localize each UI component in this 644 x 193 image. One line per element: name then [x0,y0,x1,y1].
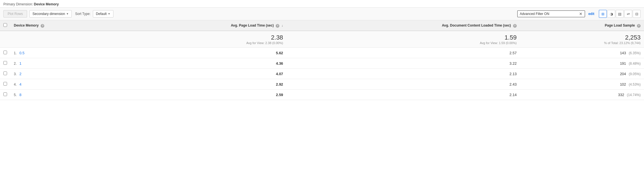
summary-page-load-count-cell: 2,253 % of Total: 23.12% (9,744) [520,31,644,48]
view-icons-group: ⊞ ◑ ▤ ⇌ ⊟ [599,10,641,18]
primary-dimension-bar: Primary Dimension: Device Memory [0,0,644,8]
col-help-page-load-sample-icon[interactable]: ? [637,24,641,28]
row-checkbox-cell-3[interactable] [0,79,10,90]
row-avg-page-load-4: 2.59 [117,90,286,100]
row-checkbox-0[interactable] [3,51,7,54]
row-rank-1: 2. [14,62,17,66]
row-page-load-cell-1: 191 (8.48%) [520,58,644,69]
table-view-button[interactable]: ⊟ [633,10,641,18]
summary-avg-doc-content-cell: 1.59 Avg for View: 1.59 (0.00%) [286,31,520,48]
table-row: 4. 4 2.92 2.43 102 (4.53%) [0,79,644,90]
row-checkbox-cell-2[interactable] [0,69,10,79]
row-avg-page-load-0: 5.62 [117,48,286,58]
row-page-load-cell-0: 143 (6.35%) [520,48,644,58]
summary-page-load-count: 2,253 [523,34,641,41]
row-rank-2: 3. [14,72,17,76]
summary-avg-doc-content-sub: Avg for View: 1.59 (0.00%) [290,41,517,45]
row-dimension-cell-1: 2. 1 [10,58,117,69]
table-header-row: Device Memory ? Avg. Page Load Time (sec… [0,20,644,31]
summary-avg-page-load-sub: Avg for View: 2.38 (0.00%) [121,41,283,45]
primary-dim-value: Device Memory [34,2,59,6]
summary-avg-page-load-value: 2.38 [121,34,283,41]
row-checkbox-2[interactable] [3,71,7,75]
advanced-filter-box[interactable]: Advanced Filter ON ✕ [517,10,585,17]
secondary-dimension-dropdown[interactable]: Secondary dimension ▼ [29,10,72,18]
pivot-view-button[interactable]: ⇌ [624,10,632,18]
row-rank-0: 1. [14,51,17,55]
row-avg-doc-content-3: 2.43 [286,79,520,90]
row-avg-page-load-3: 2.92 [117,79,286,90]
col-header-page-load-sample: Page Load Sample ? [520,20,644,31]
col-label-avg-doc-content: Avg. Document Content Loaded Time (sec) [442,23,511,27]
col-help-dimension-icon[interactable]: ? [41,24,44,28]
sort-arrow-icon: ↓ [282,24,283,27]
row-rank-3: 4. [14,83,17,86]
table-row: 3. 2 4.07 2.13 204 (9.05%) [0,69,644,79]
row-page-load-pct-4: (14.74%) [627,93,641,97]
summary-dimension-cell [10,31,117,48]
row-page-load-cell-4: 332 (14.74%) [520,90,644,100]
row-dimension-link-4[interactable]: 8 [19,93,21,97]
row-dimension-cell-0: 1. 0.5 [10,48,117,58]
summary-row: 2.38 Avg for View: 2.38 (0.00%) 1.59 Avg… [0,31,644,48]
row-page-load-count-0: 143 [620,51,626,55]
row-rank-4: 5. [14,93,17,97]
row-dimension-link-1[interactable]: 1 [19,61,21,66]
edit-filter-link[interactable]: edit [588,12,594,16]
table-row: 2. 1 4.36 3.22 191 (8.48%) [0,58,644,69]
row-page-load-pct-3: (4.53%) [629,83,641,86]
row-checkbox-cell-0[interactable] [0,48,10,58]
row-page-load-count-1: 191 [620,61,626,66]
toolbar: Plot Rows Secondary dimension ▼ Sort Typ… [0,8,644,20]
row-dimension-cell-2: 3. 2 [10,69,117,79]
select-all-checkbox[interactable] [3,23,7,27]
row-checkbox-1[interactable] [3,61,7,65]
row-avg-page-load-2: 4.07 [117,69,286,79]
table-row: 5. 8 2.59 2.14 332 (14.74%) [0,90,644,100]
col-help-avg-page-load-icon[interactable]: ? [276,24,279,28]
row-page-load-pct-2: (9.05%) [629,72,641,76]
row-page-load-cell-3: 102 (4.53%) [520,79,644,90]
col-header-avg-page-load: Avg. Page Load Time (sec) ? ↓ [117,20,286,31]
row-checkbox-cell-4[interactable] [0,90,10,100]
sort-type-dropdown[interactable]: Default ▼ [93,10,113,18]
grid-view-button[interactable]: ⊞ [599,10,607,18]
row-dimension-cell-4: 5. 8 [10,90,117,100]
sort-type-label: Sort Type: [75,12,90,16]
filter-clear-button[interactable]: ✕ [579,12,582,16]
row-avg-doc-content-4: 2.14 [286,90,520,100]
advanced-filter-text: Advanced Filter ON [520,12,577,16]
summary-avg-page-load-cell: 2.38 Avg for View: 2.38 (0.00%) [117,31,286,48]
summary-avg-doc-content-value: 1.59 [290,34,517,41]
row-avg-doc-content-1: 3.22 [286,58,520,69]
row-checkbox-4[interactable] [3,92,7,96]
plot-rows-button[interactable]: Plot Rows [3,10,27,18]
select-all-header[interactable] [0,20,10,31]
table-row: 1. 0.5 5.62 2.57 143 (6.35%) [0,48,644,58]
primary-dim-label: Primary Dimension: [3,2,33,6]
compare-view-button[interactable]: ▤ [616,10,624,18]
row-page-load-count-4: 332 [618,93,624,97]
row-dimension-link-3[interactable]: 4 [19,82,21,86]
row-dimension-link-2[interactable]: 2 [19,72,21,76]
col-header-avg-doc-content: Avg. Document Content Loaded Time (sec) … [286,20,520,31]
secondary-dim-chevron-icon: ▼ [66,12,69,15]
row-avg-page-load-1: 4.36 [117,58,286,69]
row-dimension-cell-3: 4. 4 [10,79,117,90]
col-help-avg-doc-content-icon[interactable]: ? [513,24,517,28]
col-header-dimension: Device Memory ? [10,20,117,31]
row-page-load-count-2: 204 [620,72,626,76]
col-label-page-load-sample: Page Load Sample [605,23,635,27]
pie-view-button[interactable]: ◑ [607,10,615,18]
row-checkbox-3[interactable] [3,82,7,86]
row-page-load-cell-2: 204 (9.05%) [520,69,644,79]
row-page-load-pct-0: (6.35%) [629,51,641,55]
row-page-load-pct-1: (8.48%) [629,62,641,66]
secondary-dim-label: Secondary dimension [32,12,65,16]
sort-type-value: Default [96,12,107,16]
data-table: Device Memory ? Avg. Page Load Time (sec… [0,20,644,100]
col-label-dimension: Device Memory [14,23,39,27]
row-dimension-link-0[interactable]: 0.5 [19,51,25,55]
row-checkbox-cell-1[interactable] [0,58,10,69]
row-avg-doc-content-2: 2.13 [286,69,520,79]
